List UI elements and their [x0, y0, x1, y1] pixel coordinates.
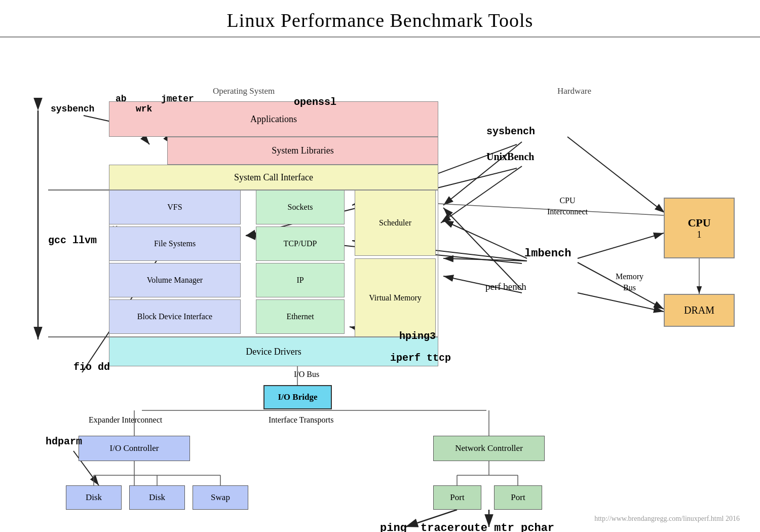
io-bus-label: I/O Bus [294, 370, 319, 379]
jmeter-tool: jmeter [161, 94, 194, 104]
scheduler-box: Scheduler [355, 190, 436, 256]
svg-line-19 [443, 208, 522, 290]
ip-box: IP [256, 263, 345, 297]
ping-tool: ping [380, 522, 407, 532]
sockets-label: Sockets [288, 203, 313, 212]
filesystems-label: File Systems [154, 239, 196, 248]
port1-label: Port [450, 492, 464, 503]
sockets-box: Sockets [256, 190, 345, 224]
gcc-llvm-tool: gcc llvm [48, 233, 97, 248]
interface-transports-label: Interface Transports [269, 415, 333, 425]
block-device-label: Block Device Interface [137, 312, 212, 321]
port2-box: Port [494, 485, 542, 510]
syslibs-label: System Libraries [272, 145, 333, 156]
svg-line-16 [578, 233, 664, 258]
iperf-ttcp-tool: iperf ttcp [390, 352, 451, 364]
disk2-box: Disk [129, 485, 185, 510]
vfs-box: VFS [109, 190, 241, 224]
traceroute-tool: traceroute mtr pchar [421, 522, 554, 532]
svg-line-13 [443, 258, 527, 261]
perf-bench-tool: perf bench [485, 281, 526, 292]
port1-box: Port [433, 485, 481, 510]
block-device-box: Block Device Interface [109, 299, 241, 334]
tcp-udp-label: TCP/UDP [284, 239, 317, 248]
hdparm-tool: hdparm [46, 436, 82, 447]
lmbench-tool: lmbench [524, 247, 571, 260]
os-region-label: Operating System [213, 86, 275, 96]
hw-region-label: Hardware [557, 86, 591, 96]
layer-drivers: Device Drivers [109, 337, 438, 366]
virtual-memory-label: Virtual Memory [369, 293, 421, 302]
layer-syscall: System Call Interface [109, 165, 438, 190]
cpu-label: CPU [688, 216, 710, 230]
scheduler-label: Scheduler [379, 218, 411, 227]
svg-line-20 [578, 293, 664, 312]
layer-syslibs: System Libraries [167, 137, 438, 165]
vfs-label: VFS [167, 203, 182, 212]
layer-applications: Applications [109, 101, 438, 137]
disk1-box: Disk [66, 485, 122, 510]
net-controller-label: Network Controller [455, 443, 523, 453]
ab-tool: ab [116, 94, 127, 104]
volume-manager-label: Volume Manager [147, 276, 203, 285]
filesystems-box: File Systems [109, 226, 241, 261]
syscall-label: System Call Interface [234, 172, 313, 183]
memory-bus-label: MemoryBus [616, 271, 643, 294]
sysbench-right-tool: sysbench [486, 126, 535, 137]
volume-manager-box: Volume Manager [109, 263, 241, 297]
port2-label: Port [511, 492, 525, 503]
swap-box: Swap [193, 485, 248, 510]
openssl-tool: openssl [294, 96, 336, 108]
hping3-tool: hping3 [399, 330, 436, 342]
svg-line-10 [441, 166, 522, 223]
unixbench-label: UnixBench [486, 151, 534, 162]
ethernet-box: Ethernet [256, 299, 345, 334]
dram-box: DRAM [664, 294, 735, 327]
net-controller-box: Network Controller [433, 436, 545, 461]
wrk-tool: wrk [136, 104, 152, 114]
io-controller-label: I/O Controller [110, 443, 159, 453]
io-bridge-box: I/O Bridge [263, 385, 332, 409]
page-title: Linux Performance Benchmark Tools [0, 0, 760, 37]
svg-line-12 [443, 220, 527, 258]
fio-dd-tool: fio dd [73, 360, 110, 375]
dram-label: DRAM [684, 305, 714, 316]
swap-label: Swap [211, 492, 230, 503]
cpu-num: 1 [697, 230, 702, 240]
io-controller-box: I/O Controller [79, 436, 190, 461]
url-label: http://www.brendangregg.com/linuxperf.ht… [594, 515, 740, 523]
applications-label: Applications [250, 114, 297, 125]
ethernet-label: Ethernet [286, 312, 314, 321]
disk2-label: Disk [149, 492, 165, 503]
cpu-box: CPU 1 [664, 198, 735, 258]
io-bridge-label: I/O Bridge [278, 392, 318, 402]
unixbench-tool: UnixBench [486, 151, 534, 163]
expander-interconnect-label: Expander Interconnect [89, 415, 162, 425]
device-drivers-label: Device Drivers [246, 347, 301, 357]
ip-label: IP [296, 276, 303, 285]
disk1-label: Disk [86, 492, 102, 503]
virtual-memory-box: Virtual Memory [355, 258, 436, 337]
tcp-udp-box: TCP/UDP [256, 226, 345, 261]
cpu-interconnect-label: CPUInterconnect [547, 195, 588, 218]
sysbench-left-tool: sysbench [51, 104, 94, 114]
